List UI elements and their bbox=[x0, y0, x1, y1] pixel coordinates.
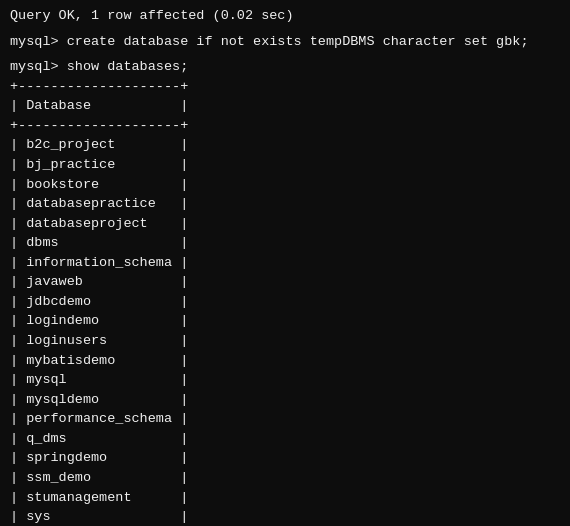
query-result-line: Query OK, 1 row affected (0.02 sec) bbox=[10, 6, 560, 26]
table-row: | q_dms | bbox=[10, 429, 560, 449]
table-row: | springdemo | bbox=[10, 448, 560, 468]
table-row: | databaseproject | bbox=[10, 214, 560, 234]
table-row: | jdbcdemo | bbox=[10, 292, 560, 312]
table-separator-mid: +--------------------+ bbox=[10, 116, 560, 136]
table-row: | bookstore | bbox=[10, 175, 560, 195]
table-row: | loginusers | bbox=[10, 331, 560, 351]
table-row: | performance_schema | bbox=[10, 409, 560, 429]
table-separator-top: +--------------------+ bbox=[10, 77, 560, 97]
table-row: | databasepractice | bbox=[10, 194, 560, 214]
terminal-window: Query OK, 1 row affected (0.02 sec) mysq… bbox=[0, 0, 570, 526]
database-list: | b2c_project || bj_practice || bookstor… bbox=[10, 135, 560, 526]
table-row: | b2c_project | bbox=[10, 135, 560, 155]
table-row: | stumanagement | bbox=[10, 488, 560, 508]
table-row: | mybatisdemo | bbox=[10, 351, 560, 371]
table-row: | bj_practice | bbox=[10, 155, 560, 175]
create-command-line: mysql> create database if not exists tem… bbox=[10, 32, 560, 52]
table-row: | mysqldemo | bbox=[10, 390, 560, 410]
table-row: | sys | bbox=[10, 507, 560, 526]
table-row: | information_schema | bbox=[10, 253, 560, 273]
table-row: | logindemo | bbox=[10, 311, 560, 331]
show-command-line: mysql> show databases; bbox=[10, 57, 560, 77]
table-row: | ssm_demo | bbox=[10, 468, 560, 488]
table-row: | dbms | bbox=[10, 233, 560, 253]
table-header: | Database | bbox=[10, 96, 560, 116]
table-row: | mysql | bbox=[10, 370, 560, 390]
table-row: | javaweb | bbox=[10, 272, 560, 292]
